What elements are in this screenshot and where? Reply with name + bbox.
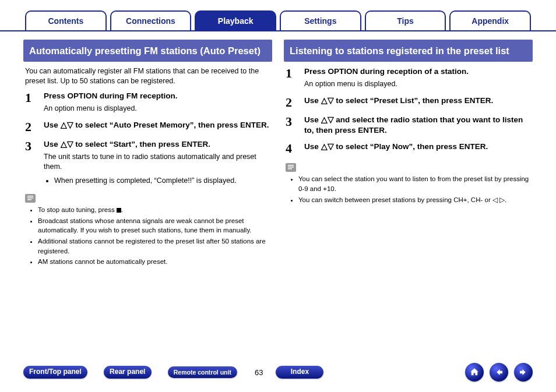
note-icon xyxy=(286,163,296,172)
step-title: Press OPTION during FM reception. xyxy=(44,91,270,101)
step-bullets: When presetting is completed, “Complete!… xyxy=(44,175,270,186)
step-number: 2 xyxy=(286,96,304,109)
tab-connections[interactable]: Connections xyxy=(110,10,192,30)
home-icon xyxy=(469,367,480,377)
step-title: Use △▽ to select “Preset List”, then pre… xyxy=(304,96,531,106)
tab-tips[interactable]: Tips xyxy=(365,10,446,30)
intro-text: You can automatically register all FM st… xyxy=(23,66,272,91)
step-item: 2 Use △▽ to select “Auto Preset Memory”,… xyxy=(25,120,270,133)
note-item: To stop auto tuning, press . xyxy=(38,205,270,215)
step-desc: An option menu is displayed. xyxy=(304,79,531,90)
footer-button-rear-panel[interactable]: Rear panel xyxy=(104,366,152,379)
step-title: Use △▽ and select the radio station that… xyxy=(304,115,531,136)
tab-settings[interactable]: Settings xyxy=(280,10,361,30)
top-tabs: Contents Connections Playback Settings T… xyxy=(0,0,556,31)
tab-appendix[interactable]: Appendix xyxy=(449,10,531,30)
footer: Front/Top panel Rear panel Remote contro… xyxy=(0,363,556,382)
step-number: 1 xyxy=(286,66,304,90)
tab-contents[interactable]: Contents xyxy=(25,10,107,30)
step-title: Use △▽ to select “Start”, then press ENT… xyxy=(44,139,270,150)
note-text: To stop auto tuning, press xyxy=(38,206,117,213)
bullet: When presetting is completed, “Complete!… xyxy=(54,175,270,186)
step-item: 4 Use △▽ to select “Play Now”, then pres… xyxy=(286,142,531,155)
prev-page-button[interactable] xyxy=(490,363,508,382)
page-content: Automatically presetting FM stations (Au… xyxy=(0,31,556,268)
section-header-auto-preset: Automatically presetting FM stations (Au… xyxy=(23,40,272,62)
stop-icon xyxy=(117,208,121,213)
step-number: 3 xyxy=(286,115,304,136)
steps-list-right: 1 Press OPTION during reception of a sta… xyxy=(284,66,533,155)
note-item: AM stations cannot be automatically pres… xyxy=(38,257,270,267)
note-item: Additional stations cannot be registered… xyxy=(38,236,270,256)
step-number: 3 xyxy=(25,139,44,186)
step-item: 3 Use △▽ to select “Start”, then press E… xyxy=(25,139,270,186)
notes-list-right: You can select the station you want to l… xyxy=(286,174,531,204)
step-desc: The unit starts to tune in to radio stat… xyxy=(44,152,270,172)
step-item: 1 Press OPTION during FM reception. An o… xyxy=(25,91,270,114)
note-item: You can select the station you want to l… xyxy=(298,174,531,193)
nav-icons xyxy=(465,363,533,382)
notes-list-left: To stop auto tuning, press . Broadcast s… xyxy=(25,205,270,267)
step-item: 3 Use △▽ and select the radio station th… xyxy=(286,115,531,136)
step-item: 1 Press OPTION during reception of a sta… xyxy=(286,66,531,90)
footer-button-index[interactable]: Index xyxy=(276,366,323,379)
step-desc: An option menu is displayed. xyxy=(44,104,270,114)
tab-playback[interactable]: Playback xyxy=(195,10,276,30)
step-item: 2 Use △▽ to select “Preset List”, then p… xyxy=(286,96,531,109)
footer-button-front-top-panel[interactable]: Front/Top panel xyxy=(23,366,87,379)
step-title: Press OPTION during reception of a stati… xyxy=(304,66,531,77)
note-item: You can switch between preset stations b… xyxy=(298,195,531,205)
page-number: 63 xyxy=(255,368,263,377)
step-number: 1 xyxy=(25,91,44,114)
arrow-left-icon xyxy=(494,367,504,377)
next-page-button[interactable] xyxy=(514,363,533,382)
step-number: 2 xyxy=(25,120,44,133)
home-button[interactable] xyxy=(465,363,484,382)
step-number: 4 xyxy=(286,142,304,155)
note-icon xyxy=(25,194,36,203)
note-item: Broadcast stations whose antenna signals… xyxy=(38,216,270,235)
arrow-right-icon xyxy=(518,367,529,377)
section-header-preset-list: Listening to stations registered in the … xyxy=(284,40,533,62)
steps-list-left: 1 Press OPTION during FM reception. An o… xyxy=(23,91,272,186)
left-column: Automatically presetting FM stations (Au… xyxy=(23,40,272,268)
right-column: Listening to stations registered in the … xyxy=(284,40,533,268)
footer-button-remote-control-unit[interactable]: Remote control unit xyxy=(168,366,237,378)
step-title: Use △▽ to select “Auto Preset Memory”, t… xyxy=(44,120,270,130)
step-title: Use △▽ to select “Play Now”, then press … xyxy=(304,142,531,152)
